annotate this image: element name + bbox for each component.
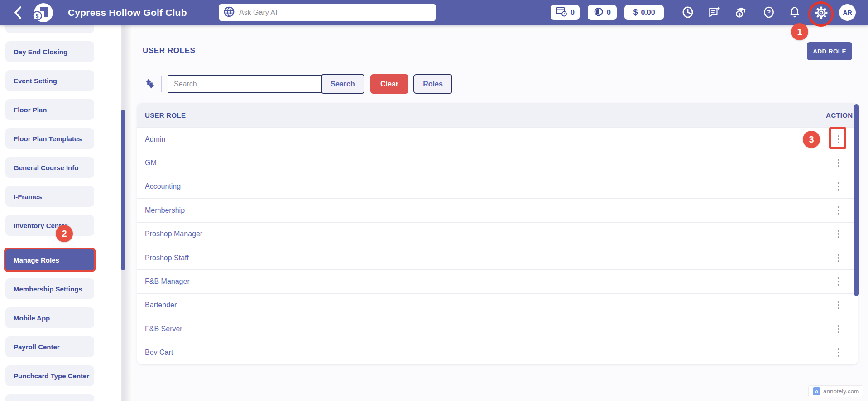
svg-text:?: ? [767,9,771,16]
sidebar-item[interactable]: Manage Roles [5,249,94,270]
role-name-cell: Proshop Manager [137,223,819,246]
controls-divider [161,76,162,92]
gary-ai-icon [223,6,235,19]
refresh-swap-icon[interactable] [143,77,157,90]
sidebar-item[interactable]: Inventory Center [5,215,94,236]
sidebar-item[interactable]: Payroll Center [5,336,94,357]
svg-text:$: $ [738,12,741,17]
action-cell [819,341,858,364]
role-name-cell: GM [137,151,819,174]
annotely-watermark[interactable]: A annotely.com [808,385,863,397]
row-actions-kebab-button[interactable] [832,345,845,360]
table-row: F&B Manager [137,269,858,293]
role-name-cell: Membership [137,199,819,222]
role-name-cell: F&B Manager [137,270,819,293]
row-actions-kebab-button[interactable] [832,321,845,337]
cash-total-badge[interactable]: $ 0.00 [624,5,664,20]
column-header-action: ACTION [819,103,858,127]
duration-icon [594,7,604,19]
user-avatar[interactable]: AR [839,4,856,21]
annotely-logo-icon: A [813,387,820,395]
roles-button[interactable]: Roles [413,74,452,94]
graduate-dollar-icon[interactable]: $ [734,6,747,19]
ask-gary-ai-search[interactable] [219,4,436,21]
annotation-step-2-badge: 2 [56,225,73,242]
help-icon[interactable]: ? [762,6,775,19]
table-row: Membership [137,198,858,222]
club-caddie-logo-icon: $ [31,1,54,24]
table-row: Accounting [137,175,858,198]
dollar-icon: $ [633,8,638,17]
sidebar-item-label: Event Setting [14,77,57,85]
row-actions-kebab-button[interactable] [832,203,845,218]
action-cell [819,175,858,198]
sidebar-scrollbar-thumb[interactable] [121,110,125,270]
sidebar-item[interactable]: Floor Plan [5,99,94,120]
role-name-cell: Bev Cart [137,341,819,364]
sidebar-item-label: Manage Roles [14,256,59,264]
ask-gary-ai-input[interactable] [239,9,432,17]
sidebar-item-label: Mobile App [14,314,50,322]
action-cell [819,223,858,246]
search-button[interactable]: Search [321,74,364,94]
annotely-watermark-text: annotely.com [823,388,859,395]
role-name-cell: Accounting [137,175,819,198]
chat-sparkle-icon[interactable] [708,6,720,19]
sidebar-item[interactable]: Floor Plan Templates [5,128,94,149]
table-row: GM [137,151,858,174]
register-clock-icon [556,6,567,19]
search-input[interactable] [168,75,321,93]
clock-icon[interactable] [681,6,694,19]
sidebar-item[interactable]: Event Setting [5,70,94,91]
sidebar-item-label: General Course Info [14,164,78,172]
annotation-step-1-badge: 1 [791,23,808,40]
duration-count-badge[interactable]: 0 [588,5,617,20]
cash-total-value: 0.00 [641,9,655,17]
sidebar-item-label: Payroll Center [14,343,60,351]
settings-sidebar: Day End Closing Event Setting Floor Plan… [5,25,94,401]
add-role-button[interactable]: ADD ROLE [807,42,852,60]
user-roles-table: USER ROLE ACTION Admin GM [137,103,858,364]
sidebar-item[interactable]: Membership Settings [5,278,94,299]
sidebar-item[interactable]: General Course Info [5,157,94,178]
sidebar-item[interactable]: Day End Closing [5,41,94,62]
row-actions-kebab-button[interactable] [832,250,845,266]
clear-button[interactable]: Clear [370,74,408,94]
sidebar-item[interactable]: Mobile App [5,307,94,328]
table-row: Bartender [137,293,858,317]
sidebar-item-label: Punchcard Type Center [14,372,89,380]
annotation-step-3-badge: 3 [803,131,820,148]
action-cell [819,317,858,340]
row-actions-kebab-button[interactable] [832,226,845,242]
action-cell [819,294,858,317]
back-chevron-icon[interactable] [13,6,23,19]
table-header-row: USER ROLE ACTION [137,103,858,127]
sidebar-shadow [125,25,133,401]
annotation-circle-settings [808,1,834,27]
sidebar-item-label: I-Frames [14,193,42,200]
svg-text:$: $ [36,13,39,19]
table-body: Admin GM Accounting [137,127,858,364]
table-scrollbar-thumb[interactable] [854,104,859,296]
notifications-bell-icon[interactable] [788,6,801,19]
sidebar-item[interactable]: QuickBooksIntegration [5,394,94,401]
sidebar-item-label: Membership Settings [14,285,82,293]
top-header-bar: $ Cypress Hollow Golf Club 0 [0,0,868,25]
register-count-badge[interactable]: 0 [551,5,580,20]
row-actions-kebab-button[interactable] [832,155,845,171]
row-actions-kebab-button[interactable] [832,274,845,289]
action-cell [819,246,858,269]
row-actions-kebab-button[interactable] [832,179,845,194]
sidebar-item[interactable]: Punchcard Type Center [5,365,94,386]
table-row: Bev Cart [137,341,858,364]
table-row: Proshop Staff [137,246,858,269]
sidebar-item-partial[interactable] [5,25,94,33]
column-header-user-role: USER ROLE [137,103,819,127]
sidebar-item-label: Floor Plan [14,106,47,114]
sidebar-item[interactable]: I-Frames [5,186,94,207]
sidebar-item-label: Floor Plan Templates [14,135,82,143]
row-actions-kebab-button[interactable] [832,297,845,313]
annotation-rect-admin-actions [829,127,846,149]
role-name-cell: Bartender [137,294,819,317]
table-row: Admin [137,127,858,151]
